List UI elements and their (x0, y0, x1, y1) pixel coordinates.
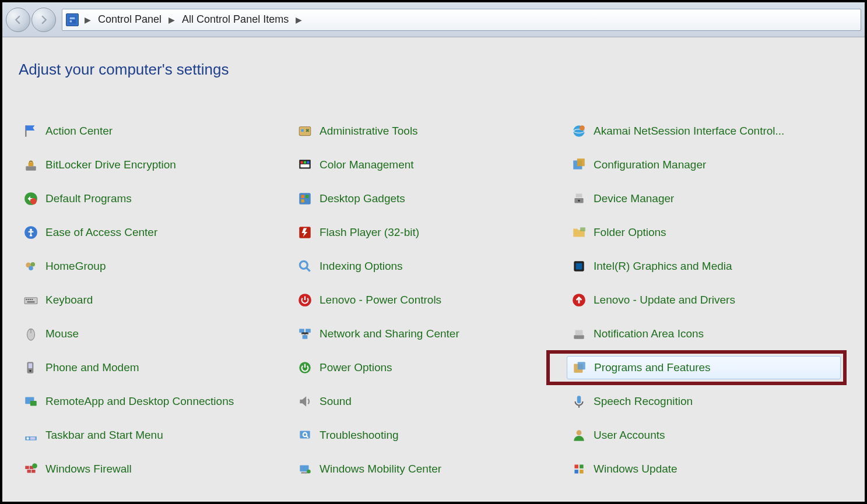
control-panel-item[interactable]: Troubleshooting (293, 424, 567, 447)
control-panel-item[interactable]: Action Center (19, 119, 293, 143)
svg-point-26 (30, 229, 32, 231)
control-panel-item[interactable]: Network and Sharing Center (293, 322, 567, 346)
control-panel-item[interactable]: Ease of Access Center (19, 221, 293, 244)
notification-icon (570, 325, 588, 343)
control-panel-item[interactable]: BitLocker Drive Encryption (19, 153, 293, 177)
svg-rect-46 (303, 335, 308, 339)
control-panel-item-label: Administrative Tools (320, 125, 418, 138)
control-panel-item[interactable]: Programs and Features (567, 356, 841, 379)
control-panel-item[interactable]: Phone and Modem (19, 356, 293, 379)
svg-rect-13 (300, 164, 309, 167)
control-panel-item[interactable]: Sound (293, 390, 567, 413)
control-panel-item-label: Notification Area Icons (594, 327, 704, 340)
mobility-icon (296, 460, 314, 478)
control-panel-item-label: User Accounts (594, 429, 665, 442)
control-panel-item-label: Indexing Options (320, 260, 403, 273)
svg-rect-44 (299, 329, 304, 333)
control-panel-item[interactable]: HomeGroup (19, 255, 293, 278)
svg-rect-4 (301, 129, 304, 132)
svg-point-6 (580, 125, 585, 131)
control-panel-item-label: Akamai NetSession Interface Control... (594, 125, 784, 138)
svg-point-24 (578, 200, 580, 202)
control-panel-item[interactable]: Keyboard (19, 288, 293, 312)
control-panel-item[interactable]: Lenovo - Update and Drivers (567, 288, 841, 312)
svg-rect-48 (575, 330, 583, 336)
lock-drive-icon (22, 156, 40, 174)
control-panel-item[interactable]: Lenovo - Power Controls (293, 288, 567, 312)
control-panel-item-label: Flash Player (32-bit) (320, 226, 419, 239)
svg-point-31 (29, 266, 33, 270)
control-panel-item[interactable]: Notification Area Icons (567, 322, 841, 346)
svg-rect-75 (580, 470, 584, 474)
breadcrumb-segment[interactable]: All Control Panel Items (182, 13, 289, 26)
control-panel-item[interactable]: Mouse (19, 322, 293, 346)
svg-rect-10 (300, 161, 303, 164)
svg-rect-36 (26, 299, 27, 300)
lenovo-update-icon (570, 291, 588, 309)
flag-icon (22, 122, 40, 140)
update-icon (570, 460, 588, 478)
svg-rect-28 (580, 227, 585, 231)
tools-icon (296, 122, 314, 140)
control-panel-item[interactable]: User Accounts (567, 424, 841, 447)
page-title: Adjust your computer's settings (19, 61, 848, 79)
svg-rect-70 (301, 472, 308, 473)
control-panel-item[interactable]: Color Management (293, 153, 567, 177)
svg-rect-20 (306, 195, 308, 198)
svg-rect-23 (576, 193, 582, 198)
back-button[interactable] (6, 8, 30, 32)
svg-point-68 (32, 463, 37, 468)
programs-icon (571, 359, 588, 376)
svg-rect-11 (304, 161, 306, 164)
network-icon (296, 325, 314, 343)
control-panel-item[interactable]: Administrative Tools (293, 119, 567, 143)
control-panel-item-label: Windows Update (594, 463, 678, 475)
breadcrumb-segment[interactable]: Control Panel (98, 13, 162, 26)
control-panel-item[interactable]: Windows Update (567, 457, 841, 481)
control-panel-item[interactable]: Device Manager (567, 187, 841, 210)
control-panel-item[interactable]: Power Options (293, 356, 567, 379)
indexing-icon (296, 258, 314, 275)
svg-rect-50 (29, 363, 33, 368)
control-panel-item-label: RemoteApp and Desktop Connections (45, 395, 234, 408)
address-bar[interactable]: ▶ Control Panel ▶ All Control Panel Item… (62, 9, 861, 31)
control-panel-items-grid: Action CenterAdministrative ToolsAkamai … (19, 119, 848, 481)
control-panel-item[interactable]: Folder Options (567, 221, 841, 244)
control-panel-item[interactable]: Flash Player (32-bit) (293, 221, 567, 244)
svg-rect-74 (574, 470, 578, 474)
control-panel-item[interactable]: Speech Recognition (567, 390, 841, 413)
forward-button[interactable] (31, 8, 56, 32)
nav-buttons (6, 8, 56, 32)
control-panel-item-label: Mouse (45, 327, 79, 340)
control-panel-item[interactable]: RemoteApp and Desktop Connections (19, 390, 293, 413)
svg-point-71 (307, 470, 311, 474)
control-panel-item[interactable]: Configuration Manager (567, 153, 841, 177)
power-icon (296, 359, 314, 376)
svg-point-59 (26, 437, 29, 439)
mouse-icon (22, 325, 40, 343)
control-panel-item[interactable]: Desktop Gadgets (293, 187, 567, 210)
control-panel-item[interactable]: Default Programs (19, 187, 293, 210)
control-panel-item-label: Windows Mobility Center (320, 463, 441, 475)
svg-rect-7 (26, 166, 36, 171)
control-panel-item[interactable]: Windows Mobility Center (293, 457, 567, 481)
control-panel-item[interactable]: Akamai NetSession Interface Control... (567, 119, 841, 143)
default-prog-icon (22, 190, 40, 207)
svg-rect-1 (70, 17, 75, 19)
arrow-right-icon (38, 15, 49, 25)
control-panel-item[interactable]: Indexing Options (293, 255, 567, 278)
svg-rect-15 (577, 158, 585, 166)
svg-rect-18 (299, 193, 311, 205)
taskbar-icon (22, 427, 40, 444)
control-panel-icon (66, 13, 79, 26)
control-panel-item-label: Sound (320, 395, 352, 408)
control-panel-item[interactable]: Intel(R) Graphics and Media (567, 255, 841, 278)
svg-point-17 (30, 198, 37, 205)
svg-rect-21 (301, 199, 304, 202)
firewall-icon (22, 460, 40, 478)
control-panel-item[interactable]: Windows Firewall (19, 457, 293, 481)
control-panel-item-label: HomeGroup (45, 260, 106, 273)
highlight-box: Programs and Features (567, 356, 841, 379)
color-icon (296, 156, 314, 174)
control-panel-item[interactable]: Taskbar and Start Menu (19, 424, 293, 447)
